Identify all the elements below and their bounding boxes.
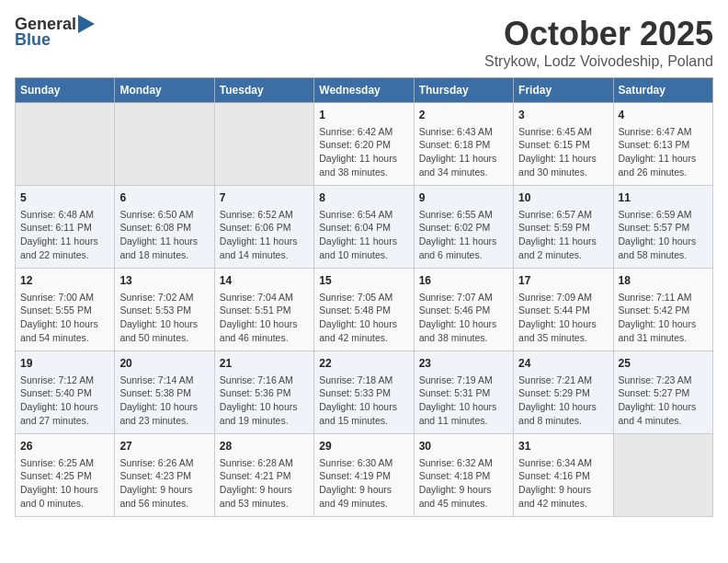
day-info-line: and 27 minutes. xyxy=(20,414,109,428)
calendar-week-4: 19Sunrise: 7:12 AMSunset: 5:40 PMDayligh… xyxy=(16,351,713,434)
calendar-cell: 27Sunrise: 6:26 AMSunset: 4:23 PMDayligh… xyxy=(115,434,214,517)
day-info-line: and 42 minutes. xyxy=(319,331,408,345)
day-info-line: and 31 minutes. xyxy=(619,331,708,345)
calendar-cell: 28Sunrise: 6:28 AMSunset: 4:21 PMDayligh… xyxy=(214,434,313,517)
day-number: 23 xyxy=(419,356,508,372)
weekday-header-saturday: Saturday xyxy=(613,78,712,103)
day-number: 20 xyxy=(119,356,209,372)
day-info-line: and 45 minutes. xyxy=(419,497,508,511)
day-number: 11 xyxy=(619,190,708,206)
day-info-line: and 0 minutes. xyxy=(20,497,109,511)
calendar-cell: 9Sunrise: 6:55 AMSunset: 6:02 PMDaylight… xyxy=(414,186,513,269)
day-info-line: and 49 minutes. xyxy=(319,497,408,511)
day-info-line: Sunrise: 6:55 AM xyxy=(419,208,508,222)
day-info-line: Daylight: 11 hours xyxy=(419,235,508,248)
day-number: 7 xyxy=(220,190,309,206)
day-number: 2 xyxy=(419,108,508,123)
day-info-line: and 19 minutes. xyxy=(220,414,309,428)
day-info-line: and 35 minutes. xyxy=(518,331,608,345)
day-info-line: Sunrise: 7:11 AM xyxy=(619,291,708,304)
day-info-line: Daylight: 10 hours xyxy=(619,235,708,248)
day-info-line: and 58 minutes. xyxy=(619,248,708,262)
day-info-line: Sunrise: 6:59 AM xyxy=(619,208,708,222)
day-info-line: Sunset: 5:46 PM xyxy=(419,304,508,317)
day-info-line: Sunrise: 6:47 AM xyxy=(619,125,708,139)
day-info-line: Daylight: 10 hours xyxy=(220,317,309,331)
day-number: 31 xyxy=(518,439,608,454)
calendar-week-2: 5Sunrise: 6:48 AMSunset: 6:11 PMDaylight… xyxy=(16,186,713,269)
day-number: 9 xyxy=(419,190,508,206)
calendar-week-3: 12Sunrise: 7:00 AMSunset: 5:55 PMDayligh… xyxy=(16,269,713,351)
day-info-line: Daylight: 11 hours xyxy=(518,235,608,248)
day-info-line: Sunrise: 6:52 AM xyxy=(220,208,309,222)
day-number: 12 xyxy=(20,273,109,289)
day-number: 14 xyxy=(220,273,309,289)
day-info-line: Sunset: 5:38 PM xyxy=(119,386,209,400)
logo-arrow-icon xyxy=(78,15,95,33)
day-info-line: Sunset: 6:13 PM xyxy=(619,138,708,152)
calendar-cell: 19Sunrise: 7:12 AMSunset: 5:40 PMDayligh… xyxy=(16,351,115,434)
calendar-cell: 7Sunrise: 6:52 AMSunset: 6:06 PMDaylight… xyxy=(214,186,313,269)
day-info-line: Sunrise: 7:07 AM xyxy=(419,291,508,304)
day-info-line: and 10 minutes. xyxy=(319,248,408,262)
day-info: Sunrise: 7:21 AMSunset: 5:29 PMDaylight:… xyxy=(518,373,608,428)
day-info-line: Daylight: 9 hours xyxy=(319,483,408,497)
calendar-cell: 25Sunrise: 7:23 AMSunset: 5:27 PMDayligh… xyxy=(613,351,712,434)
day-info: Sunrise: 7:00 AMSunset: 5:55 PMDaylight:… xyxy=(20,291,109,345)
day-number: 1 xyxy=(319,108,408,123)
calendar-week-1: 1Sunrise: 6:42 AMSunset: 6:20 PMDaylight… xyxy=(16,103,713,186)
weekday-header-thursday: Thursday xyxy=(414,78,513,103)
day-info-line: Daylight: 10 hours xyxy=(220,400,309,414)
day-info-line: and 2 minutes. xyxy=(518,248,608,262)
day-info-line: and 34 minutes. xyxy=(419,166,508,179)
day-info-line: Sunrise: 6:34 AM xyxy=(518,456,608,470)
day-info-line: and 11 minutes. xyxy=(419,414,508,428)
day-info-line: Daylight: 10 hours xyxy=(119,317,209,331)
day-info-line: Sunrise: 6:32 AM xyxy=(419,456,508,470)
calendar-cell: 8Sunrise: 6:54 AMSunset: 6:04 PMDaylight… xyxy=(314,186,414,269)
day-info: Sunrise: 6:43 AMSunset: 6:18 PMDaylight:… xyxy=(419,125,508,179)
day-info: Sunrise: 7:02 AMSunset: 5:53 PMDaylight:… xyxy=(119,291,209,345)
day-number: 25 xyxy=(619,356,708,372)
day-info-line: Sunset: 6:04 PM xyxy=(319,221,408,235)
calendar-cell xyxy=(16,103,115,186)
weekday-header-tuesday: Tuesday xyxy=(214,78,313,103)
day-info-line: Sunset: 4:23 PM xyxy=(119,469,209,483)
calendar-cell: 6Sunrise: 6:50 AMSunset: 6:08 PMDaylight… xyxy=(115,186,214,269)
calendar-cell: 18Sunrise: 7:11 AMSunset: 5:42 PMDayligh… xyxy=(613,269,712,351)
day-info: Sunrise: 7:04 AMSunset: 5:51 PMDaylight:… xyxy=(220,291,309,345)
day-number: 24 xyxy=(518,356,608,372)
day-info: Sunrise: 7:07 AMSunset: 5:46 PMDaylight:… xyxy=(419,291,508,345)
calendar-cell: 23Sunrise: 7:19 AMSunset: 5:31 PMDayligh… xyxy=(414,351,513,434)
day-info-line: Sunrise: 7:05 AM xyxy=(319,291,408,304)
day-info-line: Sunset: 6:15 PM xyxy=(518,138,608,152)
day-info-line: Sunrise: 6:30 AM xyxy=(319,456,408,470)
day-info-line: Sunrise: 7:14 AM xyxy=(119,373,209,387)
day-info: Sunrise: 7:23 AMSunset: 5:27 PMDaylight:… xyxy=(619,373,708,428)
day-info: Sunrise: 6:25 AMSunset: 4:25 PMDaylight:… xyxy=(20,456,109,511)
logo: General Blue xyxy=(15,15,95,50)
day-number: 8 xyxy=(319,190,408,206)
day-info-line: Daylight: 10 hours xyxy=(419,317,508,331)
day-info: Sunrise: 6:45 AMSunset: 6:15 PMDaylight:… xyxy=(518,125,608,179)
day-info-line: and 22 minutes. xyxy=(20,248,109,262)
day-info-line: Daylight: 11 hours xyxy=(518,152,608,166)
calendar-cell: 2Sunrise: 6:43 AMSunset: 6:18 PMDaylight… xyxy=(414,103,513,186)
day-info-line: and 14 minutes. xyxy=(220,248,309,262)
day-info-line: Sunset: 6:06 PM xyxy=(220,221,309,235)
day-info-line: and 23 minutes. xyxy=(119,414,209,428)
day-info-line: Sunrise: 6:42 AM xyxy=(319,125,408,139)
day-info: Sunrise: 6:52 AMSunset: 6:06 PMDaylight:… xyxy=(220,208,309,262)
day-info-line: Daylight: 10 hours xyxy=(20,400,109,414)
day-info: Sunrise: 6:32 AMSunset: 4:18 PMDaylight:… xyxy=(419,456,508,511)
day-number: 28 xyxy=(220,439,309,454)
day-info-line: Sunrise: 7:02 AM xyxy=(119,291,209,304)
calendar-cell: 26Sunrise: 6:25 AMSunset: 4:25 PMDayligh… xyxy=(16,434,115,517)
weekday-header-friday: Friday xyxy=(514,78,613,103)
day-info-line: Daylight: 10 hours xyxy=(20,483,109,497)
day-info: Sunrise: 6:59 AMSunset: 5:57 PMDaylight:… xyxy=(619,208,708,262)
day-number: 4 xyxy=(619,108,708,123)
day-info-line: Sunset: 4:19 PM xyxy=(319,469,408,483)
day-info-line: and 53 minutes. xyxy=(220,497,309,511)
day-info-line: Daylight: 9 hours xyxy=(518,483,608,497)
